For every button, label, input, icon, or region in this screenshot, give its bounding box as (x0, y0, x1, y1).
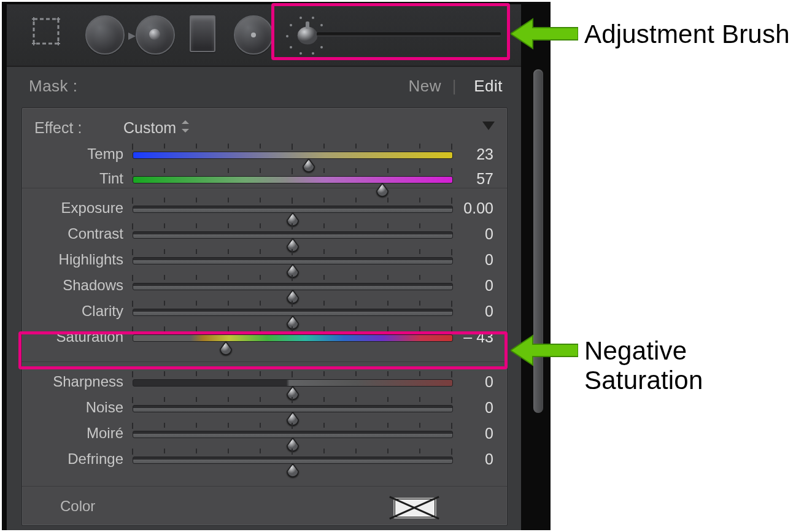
sharpness-row: Sharpness 0 (22, 369, 507, 395)
shadows-row: Shadows 0 (22, 273, 507, 299)
shadows-label: Shadows (22, 277, 123, 294)
redeye-icon[interactable] (136, 15, 175, 55)
temp-slider[interactable] (133, 152, 453, 159)
clarity-slider[interactable] (133, 309, 453, 316)
mask-edit-button[interactable]: Edit (474, 77, 503, 96)
radial-filter-icon[interactable] (234, 15, 273, 55)
defringe-value[interactable]: 0 (485, 450, 493, 468)
spot-removal-icon[interactable] (85, 15, 125, 55)
callout-brush (271, 3, 510, 60)
temp-label: Temp (22, 145, 123, 163)
moire-label: Moiré (22, 425, 123, 442)
sharpness-slider[interactable] (133, 379, 453, 387)
sharpness-value[interactable]: 0 (485, 373, 493, 391)
contrast-row: Contrast 0 (22, 222, 507, 247)
tint-value[interactable]: 57 (476, 170, 493, 188)
disclosure-triangle-icon[interactable] (482, 121, 495, 130)
divider: | (452, 77, 457, 96)
shadows-slider[interactable] (133, 283, 453, 290)
section-color: Color (22, 487, 507, 530)
adjustment-panel: Mask : New | Edit Effect : Custom Temp (7, 4, 521, 530)
ticks (132, 301, 452, 307)
defringe-slider[interactable] (133, 457, 453, 464)
defringe-label: Defringe (22, 450, 123, 468)
ticks (132, 449, 452, 455)
ticks (132, 198, 452, 204)
moire-slider[interactable] (133, 431, 453, 438)
graduated-filter-icon[interactable] (190, 15, 215, 52)
clarity-value[interactable]: 0 (485, 303, 493, 320)
arrow-brush (511, 15, 578, 55)
mask-label: Mask : (29, 77, 78, 96)
svg-marker-11 (511, 19, 578, 48)
color-swatch[interactable] (393, 498, 436, 519)
clarity-label: Clarity (22, 303, 123, 320)
annotation-saturation-text: Negative Saturation (584, 336, 804, 395)
tint-slider[interactable] (133, 176, 453, 183)
ticks (132, 423, 452, 429)
mask-header: Mask : New | Edit (7, 66, 521, 106)
temp-row: Temp 23 (22, 142, 507, 168)
mask-new-button[interactable]: New (408, 77, 441, 96)
noise-row: Noise 0 (22, 395, 507, 421)
sharpness-label: Sharpness (22, 373, 123, 390)
contrast-value[interactable]: 0 (485, 225, 493, 243)
svg-marker-12 (511, 336, 578, 365)
exposure-value[interactable]: 0.00 (463, 199, 493, 217)
highlights-slider[interactable] (133, 257, 453, 264)
ticks (132, 223, 452, 229)
moire-value[interactable]: 0 (485, 425, 493, 442)
effect-label: Effect : (34, 119, 82, 137)
callout-saturation (18, 331, 508, 369)
app-frame: Mask : New | Edit Effect : Custom Temp (2, 2, 551, 530)
ticks (132, 168, 452, 174)
highlights-value[interactable]: 0 (485, 251, 493, 269)
ticks (132, 275, 452, 281)
svg-rect-0 (34, 19, 58, 44)
crop-icon[interactable] (30, 15, 67, 55)
noise-label: Noise (22, 399, 123, 416)
temp-value[interactable]: 23 (476, 145, 493, 163)
ticks (132, 144, 452, 150)
effect-preset-dropdown[interactable]: Custom (123, 119, 176, 137)
contrast-label: Contrast (22, 225, 123, 242)
exposure-label: Exposure (22, 199, 123, 217)
arrow-saturation (511, 332, 578, 371)
dropdown-arrows-icon[interactable] (182, 120, 189, 133)
section-detail: Sharpness 0 Noise 0 (22, 362, 507, 487)
exposure-slider[interactable] (133, 206, 453, 213)
section-effect: Effect : Custom Temp 23 Tint (22, 108, 507, 188)
color-label: Color (60, 498, 95, 515)
noise-value[interactable]: 0 (485, 399, 493, 417)
highlights-label: Highlights (22, 251, 123, 268)
noise-slider[interactable] (133, 405, 453, 412)
highlights-row: Highlights 0 (22, 247, 507, 273)
ticks (132, 249, 452, 255)
tint-label: Tint (22, 170, 123, 187)
defringe-handle[interactable] (285, 463, 301, 479)
clarity-row: Clarity 0 (22, 299, 507, 325)
exposure-row: Exposure 0.00 (22, 196, 507, 222)
contrast-slider[interactable] (133, 231, 453, 239)
ticks (132, 371, 452, 377)
effect-body: Effect : Custom Temp 23 Tint (21, 107, 508, 526)
annotation-brush-text: Adjustment Brush (584, 20, 790, 49)
moire-row: Moiré 0 (22, 421, 507, 447)
shadows-value[interactable]: 0 (485, 277, 493, 295)
defringe-row: Defringe 0 (22, 447, 507, 472)
ticks (132, 397, 452, 403)
